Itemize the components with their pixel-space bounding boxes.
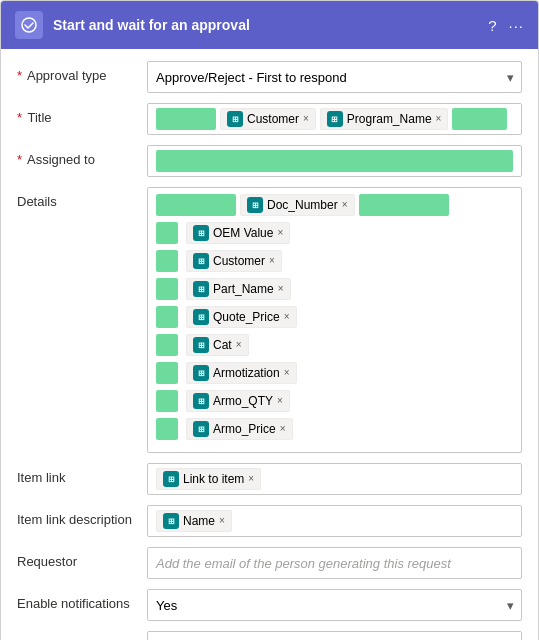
armotization-close[interactable]: × [284, 368, 290, 378]
details-customer-tag[interactable]: ⊞ Customer × [186, 250, 282, 272]
cat-icon: ⊞ [193, 337, 209, 353]
partname-icon: ⊞ [193, 281, 209, 297]
details-armotization-row: ⊞ Armotization × [156, 362, 513, 384]
assigned-to-label: * Assigned to [17, 145, 147, 167]
header-right: ? ··· [488, 17, 524, 34]
cat-close[interactable]: × [236, 340, 242, 350]
requestor-row: Requestor Add the email of the person ge… [17, 547, 522, 579]
header-left: Start and wait for an approval [15, 11, 250, 39]
details-armoqty-tag[interactable]: ⊞ Armo_QTY × [186, 390, 290, 412]
enable-reassignment-label: Enable reassignment [17, 631, 147, 640]
details-blurred-aqty-left [156, 390, 178, 412]
details-customer-row: ⊞ Customer × [156, 250, 513, 272]
customer-icon: ⊞ [227, 111, 243, 127]
customer-tag-label: Customer [247, 112, 299, 126]
quoteprice-close[interactable]: × [284, 312, 290, 322]
help-icon[interactable]: ? [488, 17, 496, 34]
requestor-control[interactable]: Add the email of the person generating t… [147, 547, 522, 579]
link-to-item-close[interactable]: × [248, 474, 254, 484]
details-cat-tag[interactable]: ⊞ Cat × [186, 334, 249, 356]
assigned-to-row: * Assigned to [17, 145, 522, 177]
enable-reassignment-select-wrapper[interactable]: Yes ▾ [147, 631, 522, 640]
doc-number-icon: ⊞ [247, 197, 263, 213]
details-oem-row: ⊞ OEM Value × [156, 222, 513, 244]
oem-close[interactable]: × [277, 228, 283, 238]
program-name-tag-close[interactable]: × [436, 114, 442, 124]
assigned-to-control[interactable] [147, 145, 522, 177]
enable-notifications-label: Enable notifications [17, 589, 147, 611]
details-armotization-tag[interactable]: ⊞ Armotization × [186, 362, 297, 384]
details-blurred-cust-left [156, 250, 178, 272]
card-title: Start and wait for an approval [53, 17, 250, 33]
item-link-desc-tag[interactable]: ⊞ Name × [156, 510, 232, 532]
item-link-label: Item link [17, 463, 147, 485]
approval-card: Start and wait for an approval ? ··· * A… [0, 0, 539, 640]
details-blurred-qp-left [156, 306, 178, 328]
link-to-item-label: Link to item [183, 472, 244, 486]
armotization-icon: ⊞ [193, 365, 209, 381]
armoprice-icon: ⊞ [193, 421, 209, 437]
title-blurred-tag-1 [156, 108, 216, 130]
card-body: * Approval type Approve/Reject - First t… [1, 49, 538, 640]
doc-number-close[interactable]: × [342, 200, 348, 210]
details-blurred-arm-left [156, 362, 178, 384]
title-control[interactable]: ⊞ Customer × ⊞ Program_Name × [147, 103, 522, 135]
quoteprice-icon: ⊞ [193, 309, 209, 325]
armoqty-icon: ⊞ [193, 393, 209, 409]
details-customer-close[interactable]: × [269, 256, 275, 266]
name-tag-close[interactable]: × [219, 516, 225, 526]
enable-notifications-row: Enable notifications Yes ▾ [17, 589, 522, 621]
item-link-row: Item link ⊞ Link to item × [17, 463, 522, 495]
enable-reassignment-select[interactable]: Yes [147, 631, 522, 640]
details-quoteprice-tag[interactable]: ⊞ Quote_Price × [186, 306, 297, 328]
details-blurred-2 [359, 194, 449, 216]
name-tag-label: Name [183, 514, 215, 528]
details-customer-icon: ⊞ [193, 253, 209, 269]
more-icon[interactable]: ··· [508, 17, 524, 34]
requestor-placeholder: Add the email of the person generating t… [156, 556, 451, 571]
assigned-to-blurred [156, 150, 513, 172]
title-tag-customer[interactable]: ⊞ Customer × [220, 108, 316, 130]
card-header: Start and wait for an approval ? ··· [1, 1, 538, 49]
details-blurred-ap-left [156, 418, 178, 440]
details-doc-number-tag[interactable]: ⊞ Doc_Number × [240, 194, 355, 216]
details-row-1: ⊞ Doc_Number × [156, 194, 513, 216]
customer-tag-close[interactable]: × [303, 114, 309, 124]
enable-notifications-select[interactable]: Yes [147, 589, 522, 621]
link-to-item-icon: ⊞ [163, 471, 179, 487]
name-icon: ⊞ [163, 513, 179, 529]
approval-icon [15, 11, 43, 39]
details-blurred-1 [156, 194, 236, 216]
title-row: * Title ⊞ Customer × ⊞ Program_Na [17, 103, 522, 135]
armoprice-close[interactable]: × [280, 424, 286, 434]
approval-type-select-wrapper[interactable]: Approve/Reject - First to respond ▾ [147, 61, 522, 93]
approval-type-select[interactable]: Approve/Reject - First to respond [147, 61, 522, 93]
details-partname-tag[interactable]: ⊞ Part_Name × [186, 278, 291, 300]
details-cat-row: ⊞ Cat × [156, 334, 513, 356]
title-blurred-tag-2 [452, 108, 507, 130]
program-name-tag-label: Program_Name [347, 112, 432, 126]
enable-reassignment-row: Enable reassignment Yes ▾ [17, 631, 522, 640]
item-link-tag[interactable]: ⊞ Link to item × [156, 468, 261, 490]
details-blurred-cat-left [156, 334, 178, 356]
title-tag-program-name[interactable]: ⊞ Program_Name × [320, 108, 449, 130]
item-link-control[interactable]: ⊞ Link to item × [147, 463, 522, 495]
details-control[interactable]: ⊞ Doc_Number × ⊞ OEM Value × [147, 187, 522, 453]
details-blurred-oem-left [156, 222, 178, 244]
title-label: * Title [17, 103, 147, 125]
partname-close[interactable]: × [278, 284, 284, 294]
details-armoprice-row: ⊞ Armo_Price × [156, 418, 513, 440]
program-name-icon: ⊞ [327, 111, 343, 127]
armoqty-close[interactable]: × [277, 396, 283, 406]
details-quoteprice-row: ⊞ Quote_Price × [156, 306, 513, 328]
item-link-desc-control[interactable]: ⊞ Name × [147, 505, 522, 537]
enable-notifications-select-wrapper[interactable]: Yes ▾ [147, 589, 522, 621]
approval-type-label: * Approval type [17, 61, 147, 83]
details-partname-row: ⊞ Part_Name × [156, 278, 513, 300]
details-armoprice-tag[interactable]: ⊞ Armo_Price × [186, 418, 293, 440]
details-row: Details ⊞ Doc_Number × [17, 187, 522, 453]
approval-type-row: * Approval type Approve/Reject - First t… [17, 61, 522, 93]
details-oem-tag[interactable]: ⊞ OEM Value × [186, 222, 290, 244]
details-armoqty-row: ⊞ Armo_QTY × [156, 390, 513, 412]
oem-icon: ⊞ [193, 225, 209, 241]
